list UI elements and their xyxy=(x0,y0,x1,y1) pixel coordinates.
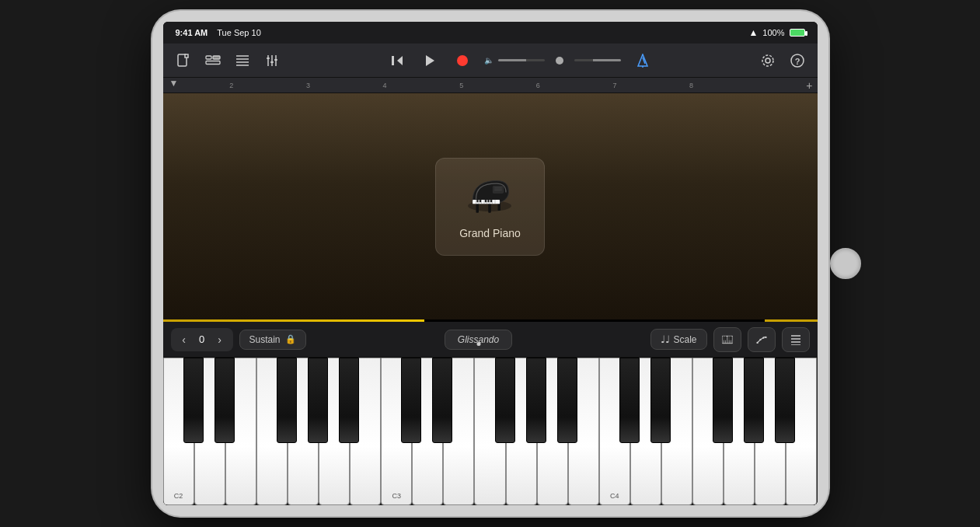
svg-rect-57 xyxy=(730,336,731,340)
glissando-dot xyxy=(476,342,480,346)
black-key[interactable] xyxy=(495,358,515,443)
black-key[interactable] xyxy=(775,358,795,443)
svg-text:?: ? xyxy=(794,57,800,66)
list-view-button[interactable] xyxy=(232,50,253,72)
help-button[interactable]: ? xyxy=(786,50,808,72)
ruler-mark-3: 3 xyxy=(306,82,310,89)
rewind-button[interactable] xyxy=(386,50,408,72)
battery-bar xyxy=(790,29,805,37)
toolbar: 🔈 xyxy=(163,44,818,78)
progress-bar-container xyxy=(163,319,818,322)
black-key[interactable] xyxy=(339,358,359,443)
home-button[interactable] xyxy=(830,248,861,279)
svg-marker-15 xyxy=(397,56,403,65)
black-key[interactable] xyxy=(308,358,328,443)
black-key[interactable] xyxy=(713,358,733,443)
mixer-button[interactable] xyxy=(261,50,283,72)
progress-bar-fill xyxy=(163,319,425,322)
svg-rect-3 xyxy=(213,56,220,59)
progress-bar-right xyxy=(765,319,817,322)
piano-icon xyxy=(462,174,517,221)
black-key[interactable] xyxy=(432,358,452,443)
svg-rect-55 xyxy=(724,336,726,340)
ruler-mark-4: 4 xyxy=(383,82,387,89)
svg-point-18 xyxy=(457,55,468,66)
ipad-frame: 9:41 AM Tue Sep 10 ▲ 100% xyxy=(152,11,828,516)
toolbar-right: ? xyxy=(757,50,808,72)
svg-rect-54 xyxy=(723,336,724,340)
svg-point-59 xyxy=(759,338,761,340)
black-key[interactable] xyxy=(526,358,546,443)
ipad-screen: 9:41 AM Tue Sep 10 ▲ 100% xyxy=(163,22,818,505)
black-key[interactable] xyxy=(619,358,640,443)
piano-keys-button[interactable] xyxy=(713,327,741,352)
svg-point-61 xyxy=(765,336,766,337)
svg-rect-56 xyxy=(728,336,730,340)
svg-point-23 xyxy=(762,55,773,66)
add-track-button[interactable]: + xyxy=(806,79,812,92)
octave-next-button[interactable]: › xyxy=(211,331,228,348)
svg-rect-2 xyxy=(206,56,211,59)
status-date: Tue Sep 10 xyxy=(217,28,260,37)
svg-rect-13 xyxy=(270,61,274,63)
octave-prev-button[interactable]: ‹ xyxy=(176,331,193,348)
svg-rect-40 xyxy=(480,200,481,202)
instrument-area: Grand Piano xyxy=(163,93,818,319)
ruler-mark-7: 7 xyxy=(612,82,616,89)
ruler-mark-2: 2 xyxy=(229,82,233,89)
svg-rect-43 xyxy=(490,200,492,202)
volume-slider[interactable] xyxy=(498,59,545,61)
keyboard-area: C2C3C4 xyxy=(163,358,818,505)
tempo-slider[interactable] xyxy=(574,59,621,61)
play-button[interactable] xyxy=(419,50,441,72)
lock-icon: 🔒 xyxy=(285,334,296,344)
black-key[interactable] xyxy=(650,358,671,443)
toolbar-center: 🔈 xyxy=(289,50,751,72)
keyboard-options-button[interactable] xyxy=(782,327,810,352)
controls-bar: ‹ 0 › Sustain 🔒 Glissando ♩♩ Scale xyxy=(163,322,818,358)
new-doc-button[interactable] xyxy=(173,50,194,72)
black-key[interactable] xyxy=(214,358,235,443)
status-right: ▲ 100% xyxy=(748,27,804,38)
timeline-ruler: ▼ 2 3 4 5 6 7 8 + xyxy=(163,78,818,93)
svg-rect-12 xyxy=(267,58,270,59)
volume-control[interactable]: 🔈 xyxy=(484,56,545,65)
svg-point-58 xyxy=(756,341,758,343)
settings-button[interactable] xyxy=(757,50,779,72)
svg-rect-27 xyxy=(476,202,480,212)
svg-rect-16 xyxy=(392,56,394,65)
black-key[interactable] xyxy=(557,358,577,443)
piano-keyboard: C2C3C4 xyxy=(163,358,818,505)
record-button[interactable] xyxy=(452,50,473,72)
scale-button[interactable]: ♩♩ Scale xyxy=(650,329,706,350)
ruler-mark-8: 8 xyxy=(689,82,693,89)
octave-control: ‹ 0 › xyxy=(171,328,233,351)
svg-point-22 xyxy=(766,58,770,63)
toolbar-left xyxy=(173,50,283,72)
metronome-button[interactable] xyxy=(632,50,654,72)
svg-rect-44 xyxy=(493,186,504,193)
svg-rect-28 xyxy=(489,202,492,212)
instrument-card[interactable]: Grand Piano xyxy=(435,158,545,256)
black-key[interactable] xyxy=(277,358,297,443)
scale-notes-icon: ♩♩ xyxy=(661,333,670,345)
keyboard-wrapper: C2C3C4 xyxy=(163,358,818,505)
wifi-icon: ▲ xyxy=(748,27,758,38)
volume-dot xyxy=(556,57,563,65)
status-bar: 9:41 AM Tue Sep 10 ▲ 100% xyxy=(163,22,818,44)
sustain-label: Sustain xyxy=(249,334,281,345)
sustain-button[interactable]: Sustain 🔒 xyxy=(239,330,306,350)
track-view-button[interactable] xyxy=(202,50,224,72)
black-key[interactable] xyxy=(183,358,204,443)
black-key[interactable] xyxy=(401,358,421,443)
instrument-name[interactable]: Grand Piano xyxy=(459,227,521,239)
svg-rect-39 xyxy=(477,200,479,202)
svg-rect-14 xyxy=(274,59,277,61)
glissando-button[interactable]: Glissando xyxy=(445,330,512,350)
battery-icon: 100% xyxy=(762,28,784,37)
svg-marker-19 xyxy=(638,54,647,66)
arpeggio-button[interactable] xyxy=(748,327,776,352)
black-key[interactable] xyxy=(744,358,764,443)
svg-rect-42 xyxy=(488,200,490,202)
status-time: 9:41 AM xyxy=(176,28,208,37)
